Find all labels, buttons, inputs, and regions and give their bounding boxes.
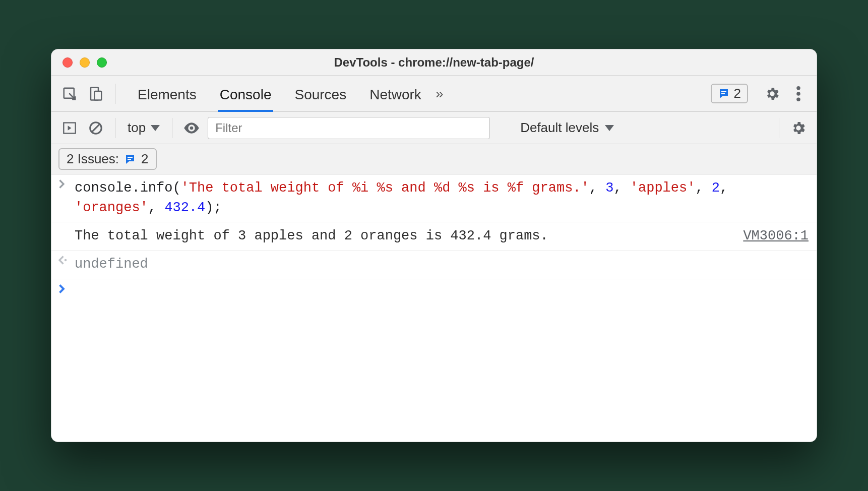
console-input-code[interactable]: console.info('The total weight of %i %s …: [75, 178, 809, 218]
console-settings-button[interactable]: [788, 118, 809, 138]
filter-input[interactable]: [208, 117, 490, 139]
context-selector[interactable]: top: [125, 120, 163, 136]
issues-count: 2: [141, 151, 148, 167]
input-chevron-icon: [57, 178, 75, 189]
tab-network[interactable]: Network: [369, 78, 421, 110]
svg-line-10: [92, 124, 100, 132]
chevron-down-icon: [605, 125, 614, 131]
console-return-value: undefined: [75, 255, 809, 274]
more-tabs-button[interactable]: »: [427, 86, 452, 102]
more-menu-button[interactable]: [788, 84, 809, 104]
gear-icon: [764, 86, 780, 102]
issues-label: 2 Issues:: [67, 151, 119, 167]
issues-bar: 2 Issues: 2: [51, 144, 817, 174]
svg-rect-12: [128, 157, 133, 158]
context-label: top: [128, 120, 146, 136]
issues-badge[interactable]: 2: [711, 84, 748, 103]
divider: [172, 118, 172, 138]
titlebar: DevTools - chrome://new-tab-page/: [51, 49, 817, 76]
console-output-text: The total weight of 3 apples and 2 orang…: [75, 226, 733, 246]
console-prompt-row[interactable]: [51, 279, 817, 297]
svg-point-11: [190, 126, 194, 130]
filter-field-wrap: [208, 117, 490, 139]
svg-point-7: [796, 97, 800, 101]
settings-button[interactable]: [762, 84, 782, 104]
device-toolbar-icon[interactable]: [86, 84, 106, 104]
divider: [115, 118, 115, 138]
tab-sources[interactable]: Sources: [294, 78, 346, 110]
console-toolbar: top Default levels: [51, 112, 817, 144]
svg-rect-3: [721, 91, 726, 92]
divider: [779, 118, 779, 138]
console-output-row: The total weight of 3 apples and 2 orang…: [51, 222, 817, 251]
panel-tabs: Elements Console Sources Network: [138, 78, 421, 110]
log-levels-selector[interactable]: Default levels: [520, 120, 614, 136]
issues-badge-count: 2: [734, 86, 741, 101]
inspect-element-icon[interactable]: [59, 84, 80, 104]
return-chevron-icon: [57, 255, 75, 265]
eye-icon: [183, 122, 200, 134]
svg-rect-13: [128, 159, 131, 160]
ban-icon: [88, 120, 103, 136]
devtools-window: DevTools - chrome://new-tab-page/ Elemen…: [51, 49, 817, 442]
svg-point-6: [796, 92, 800, 96]
tabbar: Elements Console Sources Network » 2: [51, 76, 817, 112]
toggle-sidebar-icon[interactable]: [59, 118, 80, 138]
console-body: console.info('The total weight of %i %s …: [51, 174, 817, 442]
svg-rect-2: [95, 91, 102, 100]
svg-rect-4: [721, 93, 725, 94]
live-expression-button[interactable]: [181, 118, 202, 138]
clear-console-button[interactable]: [86, 118, 106, 138]
divider: [115, 84, 115, 104]
svg-point-5: [796, 86, 800, 90]
source-link[interactable]: VM3006:1: [743, 226, 809, 246]
svg-point-14: [65, 259, 67, 262]
window-title: DevTools - chrome://new-tab-page/: [51, 55, 817, 70]
issue-icon: [718, 88, 730, 100]
issue-icon: [124, 153, 136, 165]
tab-console[interactable]: Console: [220, 78, 272, 110]
log-levels-label: Default levels: [520, 120, 599, 136]
output-gutter-spacer: [57, 226, 75, 227]
prompt-chevron-icon: [57, 283, 75, 293]
issues-pill[interactable]: 2 Issues: 2: [58, 148, 157, 170]
kebab-icon: [796, 86, 800, 101]
console-input-row: console.info('The total weight of %i %s …: [51, 174, 817, 222]
chevron-down-icon: [151, 125, 160, 131]
gear-icon: [790, 120, 807, 136]
console-return-row: undefined: [51, 251, 817, 279]
tab-elements[interactable]: Elements: [138, 78, 197, 110]
